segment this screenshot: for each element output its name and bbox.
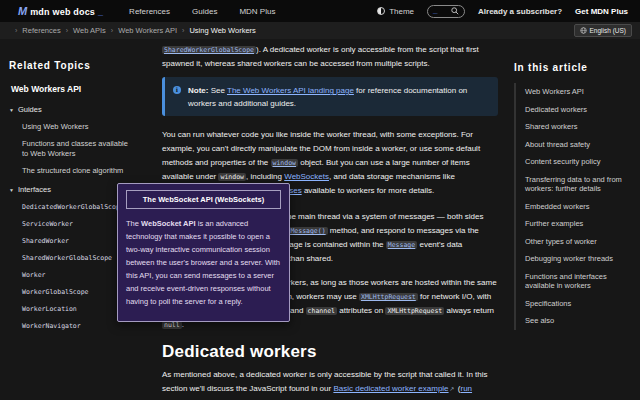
sidebar-section-guides[interactable]: ▼ Guides	[9, 105, 134, 114]
paragraph: SharedWorkerGlobalScope). A dedicated wo…	[162, 43, 498, 71]
language-button[interactable]: English (US)	[574, 24, 632, 37]
section-heading-dedicated-workers: Dedicated workers	[162, 342, 498, 362]
breadcrumb-separator: ›	[66, 27, 68, 34]
list-item: WorkerNavigator	[22, 321, 134, 331]
sidebar-heading: Related Topics	[9, 60, 134, 71]
toc-item[interactable]: Debugging worker threads	[514, 250, 636, 268]
inline-code: XMLHttpRequest	[385, 307, 444, 315]
sidebar-section-label: Guides	[18, 105, 42, 114]
toc-item[interactable]: About thread safety	[514, 136, 636, 154]
inline-code: window	[218, 173, 245, 181]
info-icon: i	[173, 86, 181, 94]
sidebar-interfaces-list: DedicatedWorkerGlobalScopeServiceWorkerS…	[9, 202, 134, 331]
text-segment: Note:	[188, 86, 208, 95]
nav-item[interactable]: References	[129, 7, 170, 16]
toc-item[interactable]: Specifications	[514, 295, 636, 313]
toc-item[interactable]: Web Workers API	[514, 83, 636, 101]
toc-item[interactable]: Transferring data to and from workers: f…	[514, 171, 636, 198]
breadcrumb-separator: ›	[182, 27, 184, 34]
get-mdn-plus-button[interactable]: Get MDN Plus	[575, 7, 628, 16]
toc-sidebar: In this article Web Workers APIDedicated…	[514, 39, 636, 330]
inline-code: channel	[306, 307, 337, 315]
paragraph: As mentioned above, a dedicated worker i…	[162, 368, 498, 400]
note-text: Note: See The Web Workers API landing pa…	[188, 84, 488, 110]
breadcrumb: › References › Web APIs › Web Workers AP…	[10, 26, 256, 35]
toc-item[interactable]: Dedicated workers	[514, 101, 636, 119]
globe-icon	[580, 27, 587, 34]
search-caret: _	[433, 8, 437, 14]
toc-item[interactable]: Embedded workers	[514, 198, 636, 216]
search-input[interactable]: _	[427, 5, 465, 18]
external-link-icon: ↗	[450, 386, 455, 392]
nav-item[interactable]: Guides	[192, 7, 217, 16]
language-label: English (US)	[590, 27, 626, 34]
sidebar-item[interactable]: WorkerNavigator	[22, 321, 134, 331]
basic-dedicated-worker-example-link[interactable]: Basic dedicated worker example	[333, 384, 448, 393]
breadcrumb-item[interactable]: References	[22, 26, 60, 35]
toc-item[interactable]: Shared workers	[514, 118, 636, 136]
list-item: Functions and classes available to Web W…	[22, 139, 134, 159]
web-workers-api-landing-page-link[interactable]: The Web Workers API landing page	[227, 86, 354, 95]
toc-item[interactable]: Functions and interfaces available in wo…	[514, 268, 636, 295]
toc-item[interactable]: Content security policy	[514, 153, 636, 171]
sidebar-section-label: Interfaces	[18, 185, 51, 194]
breadcrumb-item[interactable]: Using Web Workers	[189, 26, 255, 35]
mdn-logo-icon: M	[18, 5, 27, 17]
mdn-logo[interactable]: M mdn web docs _	[18, 5, 103, 17]
sidebar-root-link[interactable]: Web Workers API	[9, 84, 134, 94]
sidebar-item[interactable]: The structured clone algorithm	[22, 166, 134, 176]
mdn-logo-text: mdn web docs	[30, 7, 95, 17]
window-link[interactable]: window	[271, 159, 298, 167]
theme-toggle-button[interactable]: Theme	[377, 7, 414, 16]
toc-item[interactable]: Other types of worker	[514, 233, 636, 251]
sidebar-guides-list: Using Web WorkersFunctions and classes a…	[9, 122, 134, 176]
main-nav: ReferencesGuidesMDN Plus	[129, 7, 275, 16]
xmlhttprequest-link[interactable]: XMLHttpRequest	[359, 293, 418, 301]
theme-icon	[377, 7, 385, 15]
websockets-link[interactable]: WebSockets	[284, 172, 329, 181]
chevron-down-icon: ▼	[9, 107, 14, 113]
theme-label: Theme	[389, 7, 414, 16]
sharedworkerglobalscope-link[interactable]: SharedWorkerGlobalScope	[162, 46, 256, 54]
text-segment: WebSocket API	[141, 219, 196, 228]
sidebar-item[interactable]: Functions and classes available to Web W…	[22, 139, 134, 159]
toc-list: Web Workers APIDedicated workersShared w…	[514, 83, 636, 330]
mdn-logo-caret: _	[98, 7, 103, 17]
toc-item[interactable]: See also	[514, 312, 636, 330]
breadcrumb-item[interactable]: Web Workers API	[118, 26, 177, 35]
toc-heading: In this article	[514, 62, 636, 73]
sidebar-item[interactable]: Using Web Workers	[22, 122, 134, 132]
breadcrumb-separator: ›	[111, 27, 113, 34]
breadcrumb-bar: › References › Web APIs › Web Workers AP…	[0, 22, 640, 39]
toc-item[interactable]: Further examples	[514, 215, 636, 233]
breadcrumb-item[interactable]: Web APIs	[73, 26, 106, 35]
breadcrumb-separator: ›	[15, 27, 17, 34]
tooltip-title: The WebSocket API (WebSockets)	[126, 190, 281, 209]
nav-item[interactable]: MDN Plus	[239, 7, 275, 16]
tooltip-body: The WebSocket API is an advanced technol…	[126, 217, 281, 308]
websocket-tooltip: The WebSocket API (WebSockets) The WebSo…	[117, 183, 290, 322]
chevron-down-icon: ▼	[9, 187, 14, 193]
site-header: M mdn web docs _ ReferencesGuidesMDN Plu…	[0, 0, 640, 22]
inline-code: null	[162, 321, 182, 329]
list-item: Using Web Workers	[22, 122, 134, 132]
search-icon	[451, 7, 459, 15]
note-callout: i Note: See The Web Workers API landing …	[162, 77, 498, 116]
header-actions: Theme _ Already a subscriber? Get MDN Pl…	[377, 5, 628, 18]
already-subscriber-link[interactable]: Already a subscriber?	[478, 7, 562, 16]
list-item: The structured clone algorithm	[22, 166, 134, 176]
message-link[interactable]: Message	[386, 241, 417, 249]
sidebar-section-interfaces[interactable]: ▼ Interfaces	[9, 185, 134, 194]
